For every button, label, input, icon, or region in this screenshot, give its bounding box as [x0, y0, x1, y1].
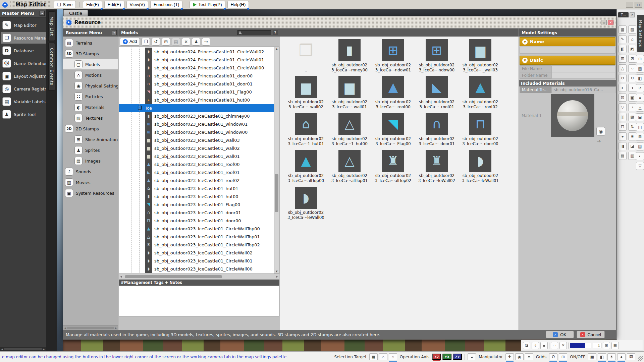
- material-template-value[interactable]: sb_obj_outdoor016_Ca...: [551, 86, 615, 93]
- scroll-right-icon[interactable]: ►: [276, 275, 278, 278]
- side-tab[interactable]: Map List: [48, 11, 55, 41]
- restore-button[interactable]: ▢: [635, 2, 642, 8]
- mini-tool-button[interactable]: ▦: [611, 342, 619, 349]
- collapsed-palette-tab[interactable]: T...: [618, 12, 629, 17]
- thumbnail-cell[interactable]: ▆ sb_obj_outdoor023_IceCa⋯_wall01: [328, 76, 371, 113]
- resource-menu-item[interactable]: ◐ Materials: [63, 102, 118, 112]
- sidebar-item[interactable]: ▤ Variable Labels: [1, 96, 46, 107]
- tool-button[interactable]: ⊟: [619, 123, 627, 131]
- notes-area[interactable]: [119, 286, 279, 316]
- tool-button[interactable]: ↺: [636, 84, 644, 92]
- resource-menu-item[interactable]: ▢ Models: [63, 59, 118, 69]
- tree-row[interactable]: ◗ sb_obj_outdoor023_IceCastle01_CircleWa…: [119, 249, 274, 257]
- tree-row[interactable]: ◥ sb_obj_outdoor024_PrincessCastle01_Fla…: [119, 88, 274, 96]
- material-preview[interactable]: ◉: [551, 94, 594, 137]
- thumbnail-cell[interactable]: ∩ sb_obj_outdoor023_IceCa⋯_door01: [415, 113, 459, 150]
- scroll-thumb[interactable]: [125, 275, 222, 278]
- thumbnail-cell[interactable]: ♜ sb_obj_outdoor023_IceCa⋯leWall02: [415, 150, 459, 187]
- tool-button[interactable]: ●: [636, 94, 644, 102]
- scroll-left-icon[interactable]: ◄: [120, 275, 122, 278]
- mini-tool-button[interactable]: ⊞: [603, 342, 610, 349]
- sidebar-item[interactable]: ♟ Sprite Tool: [1, 109, 46, 120]
- tool-button[interactable]: ▥: [628, 152, 636, 160]
- tree-row[interactable]: ▲ sb_obj_outdoor023_IceCastle01_CircleWa…: [119, 225, 274, 233]
- display-toggle-button[interactable]: ☀: [607, 353, 616, 360]
- vertical-scrollbar[interactable]: ▲ ▼: [274, 47, 279, 274]
- tool-button[interactable]: ▽: [636, 162, 644, 170]
- thumbnail-cell[interactable]: ▮ sb_obj_outdoor023_IceCa⋯m­ney00: [328, 39, 371, 76]
- tree-row[interactable]: ▮ sb_obj_outdoor023_IceCastle01_chimney0…: [119, 112, 274, 120]
- tree-row[interactable]: ◗ sb_obj_outdoor023_IceCastle01_CircleWa…: [119, 257, 274, 265]
- thumbnail-cell[interactable]: ❒ ..: [284, 39, 328, 76]
- resource-menu-item[interactable]: ∴ Motions: [63, 70, 118, 80]
- tree-row[interactable]: ▲ sb_obj_outdoor023_IceCastle01_roof02: [119, 176, 274, 184]
- management-tags-bar[interactable]: #Management Tags + Notes: [119, 280, 279, 286]
- tool-button[interactable]: ◫: [619, 113, 627, 121]
- tree-row[interactable]: ⊞ sb_obj_outdoor023_IceCastle01_window00: [119, 128, 274, 136]
- tool-button[interactable]: ⇅: [628, 123, 636, 131]
- selection-target-button[interactable]: ⌂: [379, 353, 387, 360]
- axis-button[interactable]: ZY: [453, 354, 462, 360]
- resource-menu-item[interactable]: 3D 3D Stamps: [63, 49, 118, 59]
- sidebar-item[interactable]: ✎ Map Editor: [1, 19, 46, 31]
- resource-menu-item[interactable]: ♟ Sprites: [63, 145, 118, 155]
- scroll-down-icon[interactable]: ▼: [276, 270, 277, 273]
- sidebar-item[interactable]: Ⓢ Game Definition: [1, 58, 46, 69]
- test-play-button[interactable]: Test Play(P): [190, 1, 225, 8]
- window-close-button[interactable]: ✕: [608, 20, 613, 25]
- tree-row[interactable]: ∩ sb_obj_outdoor024_PrincessCastle01_doo…: [119, 80, 274, 88]
- tree-row[interactable]: ◗ sb_obj_outdoor024_PrincessCastle01_Cir…: [119, 64, 274, 72]
- thumbnail-cell[interactable]: ▲ sb_obj_outdoor023_IceCa⋯_roof02: [459, 76, 502, 113]
- thumbnail-cell[interactable]: ▆ sb_obj_outdoor023_IceCa⋯_wall03: [459, 39, 502, 76]
- grid-toggle-button[interactable]: Ω: [549, 353, 557, 360]
- folder-name-field[interactable]: [551, 72, 615, 79]
- sidebar-item[interactable]: ◎ Camera Registra: [1, 83, 46, 95]
- tool-button[interactable]: ◫: [636, 123, 644, 131]
- section-name[interactable]: ▼ Name: [520, 37, 615, 46]
- help-icon[interactable]: ?: [273, 30, 278, 35]
- tool-button[interactable]: ▦: [636, 65, 644, 73]
- layer-gauge[interactable]: [570, 343, 591, 348]
- menu-button[interactable]: View(V): [126, 1, 148, 8]
- tree-row[interactable]: ▲ sb_obj_outdoor023_IceCastle01_roof00: [119, 160, 274, 168]
- minimize-button[interactable]: —: [626, 2, 633, 8]
- tree-row[interactable]: ◗ sb_obj_outdoor024_PrincessCastle01_Cir…: [119, 56, 274, 64]
- thumbnail-cell[interactable]: ▆ sb_obj_outdoor023_IceCa⋯_wall02: [284, 76, 328, 113]
- search-input[interactable]: [237, 30, 271, 35]
- tree-row[interactable]: ◗ sb_obj_outdoor023_IceCastle01_CircleWa…: [119, 265, 274, 273]
- tree-row[interactable]: ♜ sb_obj_outdoor023_IceCastle01_CircleWa…: [119, 241, 274, 249]
- sidebar-item[interactable]: ❒ Resource Manag: [1, 32, 46, 44]
- tool-button[interactable]: ○: [628, 64, 636, 72]
- display-toggle-button[interactable]: ⚄: [627, 353, 635, 360]
- tool-button[interactable]: ↻: [628, 74, 636, 82]
- scroll-track[interactable]: [67, 327, 114, 329]
- manipulator-button[interactable]: ◉: [515, 353, 524, 360]
- tree-row[interactable]: ⊓ sb_obj_outdoor023_IceCastle01_door00: [119, 217, 274, 225]
- thumbnail-cell[interactable]: ♜ sb_obj_outdoor023_IceCa⋯allTop02: [371, 150, 415, 187]
- scroll-left-icon[interactable]: ◄: [1, 348, 3, 351]
- side-tab[interactable]: Common Events: [48, 43, 55, 90]
- tree-row[interactable]: ◥ sb_obj_outdoor023_IceCastle01_Flag00: [119, 200, 274, 208]
- sidebar-item[interactable]: D Database: [1, 45, 46, 56]
- toolbar-button[interactable]: ✕: [182, 38, 190, 46]
- tree-row[interactable]: ⌂ sb_obj_outdoor023_IceCastle01_hut01: [119, 184, 274, 192]
- thumbnail-cell[interactable]: ◗ sb_obj_outdoor023_IceCa⋯leWall01: [459, 150, 502, 187]
- display-toggle-button[interactable]: ▦: [588, 353, 596, 360]
- mini-tool-button[interactable]: ✕: [559, 342, 567, 349]
- save-button[interactable]: ❏ Save: [54, 1, 76, 8]
- mini-tool-button[interactable]: ▭: [551, 342, 558, 349]
- tool-button[interactable]: △: [619, 64, 627, 72]
- tool-button[interactable]: ◐: [636, 152, 644, 160]
- thumbnail-cell[interactable]: ⊞ sb_obj_outdoor023_IceCa⋯ndow00: [415, 39, 459, 76]
- display-toggle-button[interactable]: ●: [617, 353, 626, 360]
- collapse-icon[interactable]: ◄: [40, 11, 45, 16]
- tool-button[interactable]: ⊠: [628, 55, 636, 63]
- tool-button[interactable]: ⊠: [636, 133, 644, 141]
- thumbnail-cell[interactable]: ◗ sb_obj_outdoor023_IceCa⋯leWall00: [284, 187, 328, 224]
- toolbar-button[interactable]: ▤: [172, 38, 180, 46]
- thumbnail-cell[interactable]: ⊓ sb_obj_outdoor023_IceCa⋯_door00: [459, 113, 502, 150]
- resource-menu-item[interactable]: ∷ Particles: [63, 92, 118, 102]
- thumbnail-cell[interactable]: △ sb_obj_outdoor023_IceCa⋯allTop01: [328, 150, 371, 187]
- axis-button[interactable]: YX: [442, 354, 451, 360]
- tool-button[interactable]: ▩: [628, 113, 636, 121]
